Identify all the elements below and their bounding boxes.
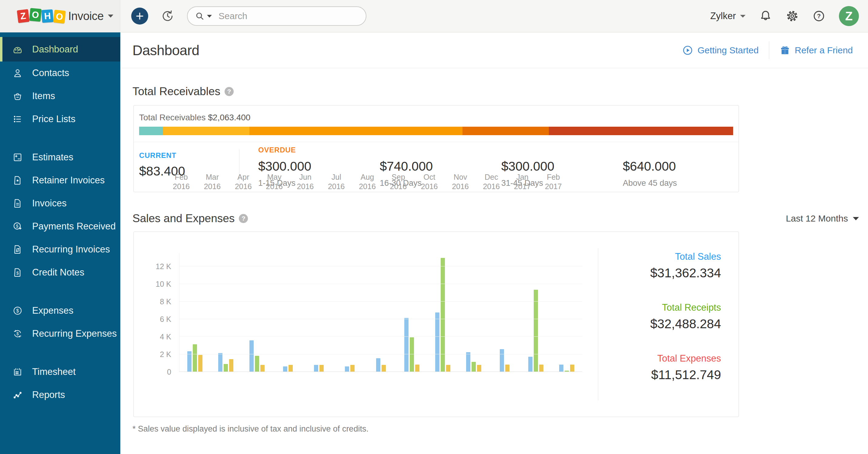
sidebar-item-reports[interactable]: Reports [0, 383, 120, 406]
sidebar-item-items[interactable]: Items [0, 85, 120, 108]
sidebar-item-payments-received[interactable]: $Payments Received [0, 215, 120, 238]
date-range-selector[interactable]: Last 12 Months [786, 213, 859, 224]
getting-started-label: Getting Started [698, 45, 758, 56]
sidebar-item-timesheet[interactable]: Timesheet [0, 360, 120, 383]
global-search[interactable] [187, 6, 366, 26]
receivables-segment-overdue-31-45-days [463, 127, 549, 135]
search-icon [195, 11, 205, 21]
user-avatar[interactable]: Z [839, 6, 859, 26]
sidebar-item-label: Recurring Invoices [32, 244, 110, 255]
chart-gridline [179, 266, 582, 266]
notifications-button[interactable] [759, 9, 772, 23]
sidebar-item-recurring-expenses[interactable]: $Recurring Expenses [0, 322, 120, 345]
org-chevron-down-icon [740, 15, 746, 18]
sidebar-item-retainer-invoices[interactable]: Retainer Invoices [0, 169, 120, 192]
svg-text:$: $ [17, 270, 19, 275]
aging-column-above-45-days: $640.000Above 45 days [604, 151, 725, 191]
sidebar-item-dashboard[interactable]: Dashboard [0, 37, 120, 62]
sidebar-item-expenses[interactable]: $Expenses [0, 299, 120, 322]
dashboard-icon [12, 44, 25, 55]
history-icon [161, 9, 174, 23]
sidebar-item-label: Price Lists [32, 114, 75, 125]
chart-gridline [179, 284, 582, 284]
help-button[interactable]: ? [812, 9, 826, 23]
estimates-icon [12, 152, 25, 163]
sidebar-item-invoices[interactable]: Invoices [0, 192, 120, 215]
aging-amount: $740.000 [380, 159, 483, 174]
receivables-summary-label: Total Receivables [139, 113, 206, 122]
sales-bar [218, 353, 222, 371]
expenses-bar [505, 365, 509, 371]
y-axis-tick-label: 10 K [156, 280, 171, 289]
main-content: Dashboard Getting Started Refer a Friend… [120, 32, 868, 454]
x-axis-tick-label: Feb2016 [166, 173, 197, 191]
receivables-help-icon[interactable]: ? [224, 87, 234, 96]
sidebar-item-label: Expenses [32, 305, 73, 316]
sales-bar [345, 366, 349, 371]
y-axis-tick-label: 0 [167, 368, 171, 376]
org-switcher[interactable]: Zylker [710, 10, 746, 22]
sales-expenses-help-icon[interactable]: ? [239, 214, 248, 223]
sidebar-nav: DashboardContactsItemsPrice ListsEstimat… [0, 32, 120, 454]
brand-zone[interactable]: ZOHO Invoice [0, 0, 120, 32]
expenses-bar [381, 365, 386, 371]
zoho-logo-letter: Z [17, 9, 30, 23]
x-axis-tick-label: May2016 [259, 173, 290, 191]
sidebar-item-label: Items [32, 91, 55, 101]
refer-a-friend-label: Refer a Friend [795, 45, 853, 56]
getting-started-link[interactable]: Getting Started [682, 45, 758, 56]
sidebar-item-recurring-invoices[interactable]: Recurring Invoices [0, 238, 120, 261]
sidebar-item-label: Credit Notes [32, 267, 84, 278]
invoices-icon [12, 198, 25, 209]
brand-chevron-down-icon[interactable] [108, 14, 113, 18]
topbar-actions [120, 6, 366, 26]
search-scope-caret-icon[interactable] [207, 15, 212, 18]
recent-history-button[interactable] [161, 9, 174, 23]
sales-expenses-section-title: Sales and Expenses ? [132, 212, 248, 225]
chart-plot-area [179, 253, 582, 372]
x-tick-month: Dec [476, 173, 507, 182]
expenses-bar [539, 365, 544, 371]
x-tick-year: 2016 [476, 182, 507, 191]
expenses-bar [477, 365, 481, 371]
header-links-divider [769, 41, 769, 59]
x-tick-month: Feb [538, 173, 569, 182]
svg-text:$: $ [17, 331, 19, 336]
quick-create-button[interactable] [131, 7, 148, 25]
sales-bar [466, 352, 470, 371]
sidebar-item-contacts[interactable]: Contacts [0, 62, 120, 85]
sidebar-item-estimates[interactable]: Estimates [0, 146, 120, 169]
sidebar-item-price-lists[interactable]: Price Lists [0, 108, 120, 131]
help-icon: ? [812, 9, 826, 23]
brand-product-name: Invoice [68, 10, 104, 23]
total-receivables-section-title: Total Receivables ? [132, 85, 868, 98]
expenses-bar [350, 365, 354, 371]
retainer-invoices-icon [12, 175, 25, 186]
expenses-bar [260, 365, 265, 371]
x-tick-month: Jan [507, 173, 538, 182]
x-tick-month: Mar [197, 173, 227, 182]
x-tick-year: 2017 [538, 182, 569, 191]
settings-button[interactable] [785, 9, 799, 23]
x-tick-year: 2016 [414, 182, 445, 191]
x-tick-year: 2016 [259, 182, 290, 191]
y-axis-tick-label: 4 K [160, 332, 171, 341]
receivables-summary: Total Receivables $2,063.400 [139, 113, 733, 122]
avatar-letter: Z [845, 9, 852, 23]
total-expenses-amount: $11,512.749 [598, 368, 721, 382]
x-tick-year: 2016 [321, 182, 352, 191]
refer-a-friend-link[interactable]: Refer a Friend [779, 45, 853, 56]
credit-notes-icon: $ [12, 267, 25, 278]
sidebar-item-label: Timesheet [32, 366, 76, 377]
search-input[interactable] [218, 11, 352, 21]
x-tick-month: Apr [228, 173, 259, 182]
total-sales-summary: Total Sales$31,362.334 [598, 251, 721, 280]
sales-bar [249, 340, 254, 371]
sidebar-item-credit-notes[interactable]: $Credit Notes [0, 261, 120, 284]
play-circle-icon [682, 45, 693, 56]
receipts-bar [565, 371, 569, 371]
sales-bar [314, 365, 318, 371]
date-range-label: Last 12 Months [786, 213, 848, 224]
receipts-bar [441, 258, 445, 371]
org-name: Zylker [710, 10, 736, 22]
